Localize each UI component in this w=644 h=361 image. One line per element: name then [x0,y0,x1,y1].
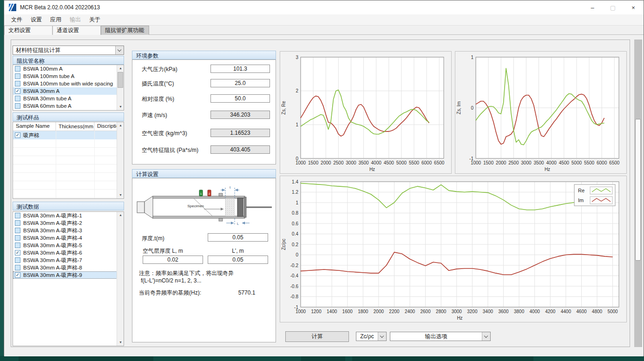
minimize-button[interactable]: – [582,0,603,14]
scroll-up-icon[interactable]: ▲ [117,212,124,218]
scroll-down-icon[interactable]: ▼ [117,104,124,110]
svg-text:Hz: Hz [545,167,550,172]
calc-panel: 1 2 t Specimen [132,178,276,342]
data-list-scrollbar[interactable]: ▲ ▼ [117,212,124,346]
display-quantity-dropdown[interactable]: Zc/ρc [356,332,387,341]
scrollbar-thumb[interactable] [118,72,123,88]
svg-text:3400: 3400 [483,309,493,314]
list-item[interactable]: ✓BSWA 30mm A-吸声棉-6 [13,249,117,256]
svg-text:1.4: 1.4 [292,179,298,184]
env-field-label: 声速 (m/s) [142,112,167,119]
piston [237,198,243,217]
list-item[interactable]: BSWA 30mm A-吸声棉-1 [13,212,117,219]
list-item[interactable]: BSWA 60mm tube A [13,102,117,110]
svg-text:3800: 3800 [514,309,525,314]
close-button[interactable]: × [623,0,644,14]
list-item[interactable]: BSWA 30mm A-吸声棉-7 [13,256,117,264]
checkbox-icon[interactable] [15,257,20,263]
chart-zc-rhoc: 1000120014001600180020002200240026002800… [280,176,627,322]
singularity-note-line2: f(L-L')=nC0/2 n=1, 2, 3... [141,277,201,284]
table-column-header[interactable]: Discription [94,122,118,131]
checkbox-icon[interactable] [15,96,20,101]
list-item-label: BSWA 100mm A [23,66,63,72]
env-field-input[interactable]: 50.0 [210,94,270,103]
empty-table-row [13,181,117,190]
sample-table-scrollbar[interactable]: ▲ ▼ [117,122,124,198]
tube-list-scrollbar[interactable]: ▲ ▼ [117,65,124,110]
scroll-down-icon[interactable]: ▼ [117,192,124,198]
svg-text:Re: Re [578,188,585,193]
tabbar: 文档设置通道设置阻抗管扩展功能 [4,26,644,35]
list-item[interactable]: BSWA 30mm A-吸声棉-3 [13,227,117,234]
calculate-button[interactable]: 计算 [285,331,349,342]
table-column-header[interactable]: Thickness(mm） [56,122,94,131]
checkbox-icon[interactable] [15,265,20,270]
list-item[interactable] [13,110,117,111]
checkbox-icon[interactable] [15,81,20,86]
checkbox-icon[interactable] [15,66,20,72]
empty-table-row [13,190,117,198]
svg-text:4600: 4600 [576,309,587,314]
menu-item[interactable]: 设置 [26,16,46,24]
checkbox-checked-icon[interactable]: ✓ [15,272,20,278]
chart-zs-im: 1000150020002500300035004000450050005500… [455,51,627,174]
menu-item[interactable]: 应用 [46,16,66,24]
list-item-label: BSWA 30mm A-吸声棉-1 [23,212,82,219]
scroll-up-icon[interactable]: ▲ [117,65,124,72]
list-item[interactable]: BSWA 30mm A-吸声棉-4 [13,234,117,242]
scroll-down-icon[interactable]: ▼ [117,339,124,346]
env-field-input[interactable]: 101.3 [210,65,270,73]
checkbox-checked-icon[interactable]: ✓ [15,250,20,256]
checkbox-icon[interactable] [15,243,20,248]
tab[interactable]: 通道设置 [53,26,101,35]
svg-text:1: 1 [296,122,298,127]
window-scrollbar[interactable] [634,39,642,347]
list-item[interactable]: BSWA 100mm A [13,65,117,72]
checkbox-icon[interactable] [15,228,20,233]
tab[interactable]: 文档设置 [4,26,53,35]
output-options-dropdown[interactable]: 输出选项 [390,332,491,341]
tab[interactable]: 阻抗管扩展功能 [101,26,149,35]
svg-text:-1: -1 [294,305,298,310]
checkbox-icon[interactable] [15,235,20,241]
base-freq-label: 当前奇异频率的基频(Hz): [139,289,201,296]
singularity-note-line1: 注意：频率如果满足下式，将出现奇异 [139,269,234,277]
calc-type-dropdown[interactable]: 材料特征阻抗计算 [13,46,124,55]
list-item[interactable]: BSWA 30mm A-吸声棉-2 [13,219,117,227]
l-prime-input[interactable]: 0.05 [208,256,268,264]
list-item[interactable]: BSWA 100mm tube with wide spacing [13,80,117,87]
window-scrollbar-thumb[interactable] [635,119,641,261]
list-item[interactable]: BSWA 100mm tube A [13,72,117,80]
svg-text:0: 0 [296,156,298,161]
checkbox-icon[interactable] [15,103,20,109]
list-item[interactable]: ✓BSWA 30mm A [13,87,117,95]
list-item[interactable]: ✓BSWA 30mm A-吸声棉-9 [13,271,117,279]
scroll-up-icon[interactable]: ▲ [117,122,124,129]
air-layer-input[interactable]: 0.02 [143,256,203,264]
table-row[interactable]: ✓吸声棉 [13,131,117,139]
dropdown-arrow-icon[interactable] [115,46,124,54]
svg-text:1800: 1800 [358,309,368,314]
checkbox-checked-icon[interactable]: ✓ [15,88,20,94]
checkbox-icon[interactable] [15,213,20,218]
l-prime-label: L', m [208,247,268,255]
checkbox-checked-icon[interactable]: ✓ [15,132,20,138]
dropdown-arrow-icon[interactable] [482,332,490,341]
menu-item[interactable]: 文件 [7,16,26,24]
checkbox-icon[interactable] [15,73,20,79]
dropdown-arrow-icon[interactable] [378,332,386,341]
menu-item[interactable]: 关于 [85,16,105,24]
svg-text:3600: 3600 [498,309,509,314]
window-title: MCR Beta 2.02.0.004 20220613 [20,4,100,11]
impedance-tube-diagram: 1 2 t Specimen [134,184,274,230]
svg-text:2: 2 [296,88,298,93]
env-field-input[interactable]: 25.0 [210,79,270,87]
list-item[interactable]: BSWA 30mm A-吸声棉-5 [13,242,117,249]
env-panel-header: 环境参数 [132,51,276,59]
svg-text:Hz: Hz [457,315,462,321]
checkbox-icon[interactable] [15,220,20,226]
thickness-input[interactable]: 0.05 [208,233,268,242]
table-column-header[interactable]: Sample Name [13,122,56,131]
list-item[interactable]: BSWA 30mm tube A [13,95,117,102]
list-item[interactable]: BSWA 30mm A-吸声棉-8 [13,264,117,271]
